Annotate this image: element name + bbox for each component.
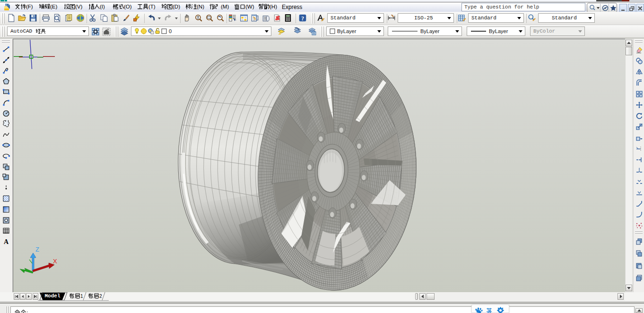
svg-text:?: ? — [301, 15, 304, 22]
svg-text:Z: Z — [35, 246, 39, 253]
svg-text:X: X — [53, 258, 57, 265]
svg-text:A: A — [4, 238, 9, 245]
